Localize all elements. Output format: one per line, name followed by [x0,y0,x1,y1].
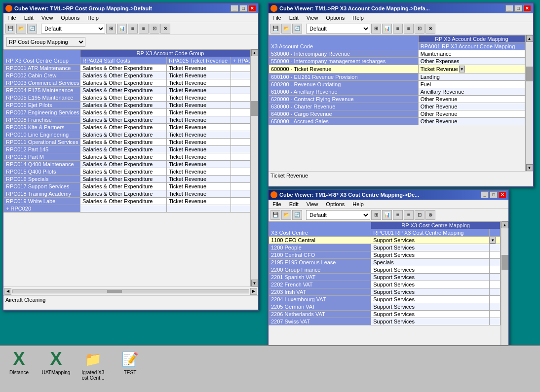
table-row[interactable]: 2206 Netherlands VATSupport Services [269,311,501,318]
table-row[interactable]: RPC010 Line EngineeringSalaries & Other … [4,131,251,139]
cost-centre-cell[interactable]: RPC009 Kite & Partners [4,124,80,131]
menu-help-1[interactable]: Help [85,14,101,21]
rpa026-cell[interactable] [231,198,251,205]
rpa024-cell[interactable]: Salaries & Other Expenditure [80,109,167,116]
dropdown-cell[interactable] [490,288,501,296]
rpa026-cell[interactable] [231,109,251,116]
cost-centre-id-cell[interactable]: 2200 Group Finance [269,266,371,274]
table-row[interactable]: 2204 Luxembourg VATSupport Services [269,296,501,303]
mapping-cell[interactable]: Other Revenue [418,110,525,118]
tb-cols-1[interactable]: ≡ [128,24,138,34]
rpa026-cell[interactable] [231,65,251,72]
mapping-cell[interactable]: Other Revenue [418,103,525,110]
dropdown-cell[interactable] [490,251,501,259]
cost-centre-cell[interactable]: RPC017 Support Services [4,183,80,190]
close-btn-2[interactable]: ✕ [523,5,531,12]
vs-up-2[interactable]: ▲ [526,35,533,42]
menu-view-1[interactable]: View [39,14,55,21]
rpa024-cell[interactable]: Salaries & Other Expenditure [80,168,167,176]
menu-options-2[interactable]: Options [324,14,347,21]
rpa025-cell[interactable]: Ticket Revenue [167,109,231,116]
tb-stop-3[interactable]: ⊗ [425,210,435,220]
rpa024-cell[interactable]: Salaries & Other Expenditure [80,124,167,131]
minimize-btn-3[interactable]: _ [481,191,489,198]
table-row[interactable]: RPC018 Training AcademySalaries & Other … [4,190,251,198]
cost-centre-cell[interactable]: RPC010 Line Engineering [4,131,80,139]
table-row[interactable]: RPC007 Engineering ServicesSalaries & Ot… [4,109,251,116]
maximize-btn-3[interactable]: □ [490,191,498,198]
vs-thumb-2[interactable] [526,67,533,81]
cost-centre-id-cell[interactable]: 2205 German VAT [269,303,371,311]
rpa024-cell[interactable]: Salaries & Other Expenditure [80,131,167,139]
rpa024-cell[interactable]: Salaries & Other Expenditure [80,198,167,205]
mapping-value-cell[interactable]: Specials [371,259,490,266]
cost-centre-cell[interactable]: RPC002 Cabin Crew [4,72,80,79]
tb-open-2[interactable]: 📂 [281,24,291,34]
rpa026-cell[interactable] [231,183,251,190]
taskbar-item-uatmapping[interactable]: X UATMapping [40,349,72,375]
account-code-cell[interactable]: 600100 - EU261 Revenue Provision [269,73,419,81]
rpa024-cell[interactable]: Salaries & Other Expenditure [80,146,167,153]
rpa026-cell[interactable] [231,131,251,139]
mapping-value-cell[interactable]: Support Services [371,296,490,303]
mapping-cell[interactable]: Landing [418,73,525,81]
cost-centre-cell[interactable]: RPC019 White Label [4,198,80,205]
table-row[interactable]: RPC017 Support ServicesSalaries & Other … [4,183,251,190]
maximize-btn-2[interactable]: □ [514,5,522,12]
menu-options-3[interactable]: Options [324,201,347,208]
cost-centre-cell[interactable]: RPC016 Specials [4,176,80,183]
table-row[interactable]: 610000 - Ancillary RevenueAncillary Reve… [269,88,525,96]
tb-refresh-3[interactable]: 🔄 [292,210,302,220]
dropdown-cell[interactable] [490,318,501,325]
tb-refresh-1[interactable]: 🔄 [27,24,37,34]
menu-edit-1[interactable]: Edit [22,14,36,21]
view-select-2[interactable]: Default [306,24,370,34]
table-row[interactable]: RPC002 Cabin CrewSalaries & Other Expend… [4,72,251,79]
rpa024-cell[interactable]: Salaries & Other Expenditure [80,161,167,168]
table-row[interactable]: + RPC020 [4,205,251,213]
tb-chart-3[interactable]: 📊 [382,210,392,220]
cost-centre-id-cell[interactable]: 2206 Netherlands VAT [269,311,371,318]
rpa025-cell[interactable] [167,205,231,213]
menu-help-3[interactable]: Help [350,201,366,208]
rpa026-cell[interactable] [231,72,251,79]
table-row[interactable]: RPC009 Kite & PartnersSalaries & Other E… [4,124,251,131]
mapping-cell[interactable]: Ticket Revenue▼ [418,65,525,73]
mapping-value-cell[interactable]: Support Services [371,311,490,318]
rpa025-cell[interactable]: Ticket Revenue [167,79,231,87]
hs-left-1[interactable]: ◀ [4,288,11,295]
menu-file-2[interactable]: File [270,14,283,21]
table-row[interactable]: RPC014 Q400 MaintenanceSalaries & Other … [4,161,251,168]
table-row[interactable]: RPC008 FranchiseSalaries & Other Expendi… [4,116,251,124]
account-code-cell[interactable]: 550000 - Intercompany management recharg… [269,58,419,65]
mapping-cell[interactable]: Ancillary Revenue [418,88,525,96]
rpa025-cell[interactable]: Ticket Revenue [167,87,231,94]
table-row[interactable]: RPC019 White LabelSalaries & Other Expen… [4,198,251,205]
vs-up-1[interactable]: ▲ [251,49,258,56]
hs-thumb-1[interactable] [107,290,122,293]
cost-centre-cell[interactable]: RPC005 E195 Maintenance [4,94,80,102]
rpa025-cell[interactable]: Ticket Revenue [167,72,231,79]
taskbar-item-distance[interactable]: X Distance [3,349,35,375]
rpa025-cell[interactable]: Ticket Revenue [167,190,231,198]
table-row[interactable]: 600000 - Ticket RevenueTicket Revenue▼ [269,65,525,73]
rpa026-cell[interactable] [231,161,251,168]
table-row[interactable]: RPC004 E175 MaintenanceSalaries & Other … [4,87,251,94]
account-code-cell[interactable]: 650000 - Accrued Sales [269,118,419,125]
mapping-cell[interactable]: Other Expenses [418,58,525,65]
vs-thumb-3[interactable] [501,255,508,270]
mapping-value-cell[interactable]: Support Services [371,251,490,259]
table-row[interactable]: 530000 - Intercompany RevenueMaintenance [269,50,525,58]
dropdown-cell[interactable] [490,281,501,288]
vs-down-2[interactable]: ▼ [526,164,533,171]
tb-chart-1[interactable]: 📊 [117,24,127,34]
table-row[interactable]: 650000 - Accrued SalesOther Revenue [269,118,525,125]
rpa026-cell[interactable] [231,87,251,94]
rpa025-cell[interactable]: Ticket Revenue [167,102,231,109]
table-row[interactable]: RPC016 SpecialsSalaries & Other Expendit… [4,176,251,183]
rpa024-cell[interactable]: Salaries & Other Expenditure [80,94,167,102]
rpa026-cell[interactable] [231,146,251,153]
tb-grid-1[interactable]: ⊞ [106,24,116,34]
table-row[interactable]: 620000 - Contract Flying RevenueOther Re… [269,96,525,103]
rpa024-cell[interactable]: Salaries & Other Expenditure [80,153,167,161]
